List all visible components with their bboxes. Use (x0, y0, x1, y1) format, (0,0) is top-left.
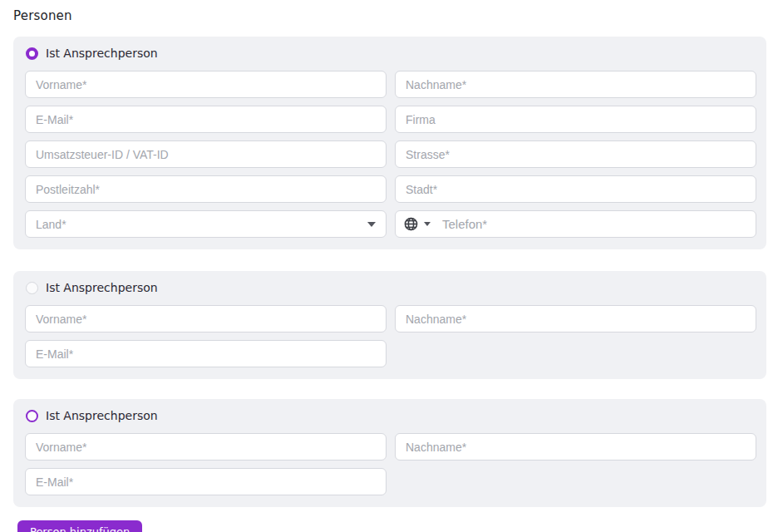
contact-person-radio-row[interactable]: Ist Ansprechperson (25, 409, 756, 422)
email-input[interactable] (25, 340, 387, 367)
person-section-2: Ist Ansprechperson (13, 271, 766, 379)
globe-icon (404, 217, 418, 231)
page-title: Personen (13, 8, 766, 23)
company-input[interactable] (395, 106, 756, 133)
phone-input[interactable] (434, 211, 747, 237)
city-input[interactable] (395, 175, 756, 203)
last-name-input[interactable] (395, 433, 756, 461)
radio-label: Ist Ansprechperson (46, 47, 158, 60)
last-name-input[interactable] (395, 305, 756, 332)
contact-person-radio-row[interactable]: Ist Ansprechperson (25, 47, 756, 60)
first-name-input[interactable] (25, 71, 387, 98)
vat-id-input[interactable] (25, 140, 387, 168)
contact-person-radio[interactable] (26, 410, 38, 422)
phone-country-selector[interactable] (404, 215, 434, 233)
email-input[interactable] (25, 106, 387, 133)
person-fields (25, 433, 756, 495)
first-name-input[interactable] (25, 305, 387, 332)
country-select[interactable]: Land* (25, 210, 387, 238)
phone-field (395, 210, 756, 238)
street-input[interactable] (395, 140, 756, 168)
chevron-down-icon (367, 222, 376, 227)
caret-down-icon (424, 222, 431, 226)
postal-code-input[interactable] (25, 175, 387, 203)
radio-label: Ist Ansprechperson (46, 281, 158, 294)
email-input[interactable] (25, 468, 387, 495)
contact-person-radio-row[interactable]: Ist Ansprechperson (25, 281, 756, 294)
personen-page: Personen Ist Ansprechperson Land* (0, 0, 778, 532)
country-select-placeholder: Land* (36, 218, 66, 231)
person-section-1: Ist Ansprechperson Land* (13, 37, 766, 249)
first-name-input[interactable] (25, 433, 387, 461)
radio-label: Ist Ansprechperson (46, 409, 158, 422)
person-fields (25, 305, 756, 367)
person-fields: Land* (25, 71, 756, 238)
contact-person-radio[interactable] (26, 282, 38, 294)
add-person-button[interactable]: Person hinzufügen (17, 520, 142, 532)
person-section-3: Ist Ansprechperson (13, 399, 766, 507)
contact-person-radio[interactable] (26, 47, 38, 60)
last-name-input[interactable] (395, 71, 756, 98)
